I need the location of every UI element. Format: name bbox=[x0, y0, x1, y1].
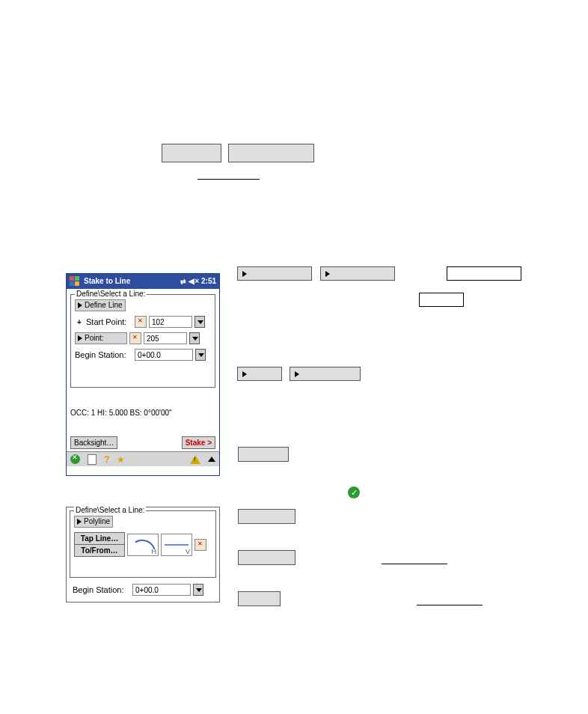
map-pick-icon[interactable] bbox=[135, 316, 147, 328]
tap-line-button[interactable]: Tap Line… bbox=[74, 532, 125, 545]
v-label: V bbox=[186, 548, 190, 555]
triangle-icon bbox=[325, 271, 330, 277]
define-select-line-group: Define\Select a Line: Define Line + Star… bbox=[70, 294, 215, 388]
anno-button-6[interactable] bbox=[238, 509, 295, 524]
define-line-selector[interactable]: Define Line bbox=[75, 299, 126, 311]
v-preview: V bbox=[161, 534, 192, 556]
map-pick-icon[interactable] bbox=[195, 539, 206, 551]
anno-box-2 bbox=[419, 293, 464, 307]
group-legend: Define\Select a Line: bbox=[75, 290, 147, 298]
begin-station-input[interactable] bbox=[135, 349, 193, 361]
stake-button[interactable]: Stake > bbox=[182, 436, 215, 449]
svg-rect-3 bbox=[75, 281, 79, 286]
begin-station-label: Begin Station: bbox=[73, 585, 130, 594]
bottom-toolbar: ? ★ bbox=[67, 451, 219, 466]
anno-button-7[interactable] bbox=[238, 550, 295, 565]
point-selector[interactable]: Point: bbox=[75, 332, 127, 344]
svg-rect-2 bbox=[70, 281, 74, 286]
placeholder-button-1[interactable] bbox=[162, 144, 221, 162]
start-point-label: Start Point: bbox=[86, 317, 132, 326]
group-legend: Define\Select a Line: bbox=[74, 506, 146, 514]
anno-button-1[interactable] bbox=[237, 266, 312, 281]
clock-label: 2:51 bbox=[201, 274, 216, 289]
anno-button-2[interactable] bbox=[320, 266, 395, 281]
anno-button-8[interactable] bbox=[238, 591, 281, 606]
volume-icon: ◀× bbox=[189, 274, 199, 289]
status-line: OCC: 1 HI: 5.000 BS: 0°00'00" bbox=[70, 409, 215, 417]
h-label: H bbox=[152, 548, 157, 555]
close-icon[interactable] bbox=[70, 454, 80, 464]
h-preview: H bbox=[127, 534, 159, 556]
placeholder-link-2[interactable] bbox=[382, 555, 447, 564]
triangle-icon bbox=[242, 371, 247, 377]
begin-station-dropdown[interactable] bbox=[193, 584, 203, 596]
warning-icon[interactable] bbox=[190, 455, 200, 464]
point-dropdown[interactable] bbox=[189, 332, 200, 344]
ok-check-icon: ✓ bbox=[348, 486, 360, 498]
start-point-input[interactable] bbox=[149, 316, 192, 328]
plus-icon: + bbox=[75, 318, 84, 326]
begin-station-input[interactable] bbox=[132, 584, 191, 596]
start-point-dropdown[interactable] bbox=[195, 316, 205, 328]
doc-icon[interactable] bbox=[88, 454, 97, 465]
polyline-panel: Define\Select a Line: Polyline Tap Line…… bbox=[66, 507, 220, 602]
stake-to-line-window: Stake to Line ⇄ ◀× 2:51 Define\Select a … bbox=[66, 273, 220, 476]
placeholder-link-1[interactable] bbox=[197, 170, 260, 180]
svg-rect-0 bbox=[70, 276, 74, 281]
triangle-icon bbox=[295, 371, 299, 377]
anno-button-4[interactable] bbox=[290, 367, 361, 381]
begin-station-dropdown[interactable] bbox=[195, 349, 206, 361]
expand-up-icon[interactable] bbox=[208, 457, 215, 462]
anno-box-1 bbox=[447, 266, 521, 281]
placeholder-button-2[interactable] bbox=[228, 144, 314, 162]
help-icon[interactable]: ? bbox=[104, 454, 109, 465]
begin-station-label: Begin Station: bbox=[75, 350, 132, 359]
title-bar: Stake to Line ⇄ ◀× 2:51 bbox=[67, 274, 219, 289]
define-select-line-group-2: Define\Select a Line: Polyline Tap Line…… bbox=[70, 510, 216, 578]
anno-button-5[interactable] bbox=[238, 447, 289, 462]
map-pick-icon[interactable] bbox=[129, 332, 141, 344]
signal-icon: ⇄ bbox=[180, 274, 186, 289]
backsight-button[interactable]: Backsight… bbox=[70, 436, 117, 449]
point-input[interactable] bbox=[144, 332, 187, 344]
placeholder-link-3[interactable] bbox=[417, 596, 483, 605]
svg-rect-1 bbox=[75, 276, 79, 281]
star-icon[interactable]: ★ bbox=[117, 454, 125, 465]
polyline-selector[interactable]: Polyline bbox=[74, 516, 113, 528]
to-from-button[interactable]: To/From… bbox=[74, 544, 125, 557]
window-title: Stake to Line bbox=[84, 274, 130, 289]
triangle-icon bbox=[242, 271, 247, 277]
windows-icon bbox=[70, 276, 80, 287]
